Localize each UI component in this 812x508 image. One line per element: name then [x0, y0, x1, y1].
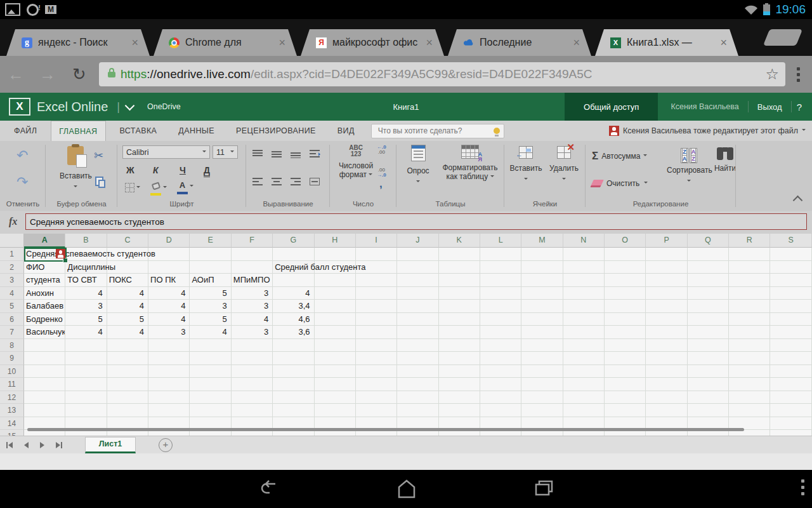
cell-B3[interactable]: ТО СВТ	[65, 274, 107, 287]
cell-O8[interactable]	[605, 339, 646, 352]
row-header-14[interactable]: 14	[0, 417, 24, 431]
cell-E11[interactable]	[190, 378, 231, 391]
cell-L3[interactable]	[480, 274, 521, 287]
delete-cells-button[interactable]: ✕ Удалить	[546, 146, 582, 184]
cell-O10[interactable]	[605, 365, 646, 378]
cell-Q13[interactable]	[688, 404, 729, 417]
cell-Q7[interactable]	[688, 326, 729, 339]
cell-H11[interactable]	[315, 378, 356, 391]
col-header-I[interactable]: I	[356, 234, 397, 248]
cell-S11[interactable]	[770, 378, 811, 391]
cell-G3[interactable]	[273, 274, 314, 287]
cell-E5[interactable]: 3	[190, 300, 231, 313]
autosum-button[interactable]: Σ Автосумма	[592, 150, 647, 163]
cell-E6[interactable]: 5	[190, 313, 231, 326]
cell-B11[interactable]	[65, 378, 107, 391]
cell-B9[interactable]	[65, 352, 107, 365]
cell-F1[interactable]	[232, 248, 273, 261]
tab-close-icon[interactable]: ×	[426, 36, 433, 50]
cell-C11[interactable]	[107, 378, 148, 391]
cell-E10[interactable]	[190, 365, 231, 378]
row-header-10[interactable]: 10	[0, 365, 24, 378]
cell-B13[interactable]	[65, 404, 107, 417]
cell-S13[interactable]	[770, 404, 811, 417]
cell-D4[interactable]: 4	[148, 287, 190, 300]
cell-B6[interactable]: 5	[65, 313, 107, 326]
cell-M5[interactable]	[521, 300, 563, 313]
cell-G6[interactable]: 4,6	[273, 313, 314, 326]
cell-B10[interactable]	[65, 365, 107, 378]
cell-Q4[interactable]	[688, 287, 729, 300]
cell-B4[interactable]: 4	[65, 287, 107, 300]
cell-R3[interactable]	[729, 274, 770, 287]
tab-close-icon[interactable]: ×	[131, 36, 138, 50]
tab-close-icon[interactable]: ×	[573, 36, 580, 50]
reload-button[interactable]: ↻	[63, 65, 95, 84]
cell-Q12[interactable]	[688, 391, 729, 404]
cell-C8[interactable]	[107, 339, 148, 352]
cell-M3[interactable]	[521, 274, 563, 287]
cell-O3[interactable]	[605, 274, 646, 287]
cell-M12[interactable]	[521, 391, 563, 404]
cell-Q8[interactable]	[688, 339, 729, 352]
cell-Q1[interactable]	[688, 248, 729, 261]
cell-N5[interactable]	[563, 300, 605, 313]
new-tab-button[interactable]	[763, 29, 803, 46]
cell-G11[interactable]	[273, 378, 314, 391]
cell-N2[interactable]	[563, 261, 605, 274]
cell-H9[interactable]	[315, 352, 356, 365]
cell-Q5[interactable]	[688, 300, 729, 313]
sheet-tab[interactable]: Лист1	[85, 437, 136, 453]
cell-C13[interactable]	[107, 404, 148, 417]
tab-close-icon[interactable]: ×	[720, 36, 727, 50]
cell-H7[interactable]	[315, 326, 356, 339]
row-header-8[interactable]: 8	[0, 339, 24, 352]
cell-L12[interactable]	[480, 391, 521, 404]
cell-M10[interactable]	[521, 365, 563, 378]
cell-B12[interactable]	[65, 391, 107, 404]
italic-button[interactable]: К	[153, 165, 159, 175]
col-header-R[interactable]: R	[729, 234, 770, 248]
first-sheet-button[interactable]	[6, 442, 13, 448]
cell-P1[interactable]	[646, 248, 687, 261]
cell-P5[interactable]	[646, 300, 687, 313]
undo-button[interactable]: ↶	[16, 147, 28, 164]
cell-Q6[interactable]	[688, 313, 729, 326]
url-bar[interactable]: https://onedrive.live.com/edit.aspx?cid=…	[99, 62, 785, 86]
cell-P8[interactable]	[646, 339, 687, 352]
cell-C4[interactable]: 4	[107, 287, 148, 300]
cell-O9[interactable]	[605, 352, 646, 365]
clear-button[interactable]: Очистить	[592, 179, 648, 188]
cell-P7[interactable]	[646, 326, 687, 339]
cell-O1[interactable]	[605, 248, 646, 261]
cell-C9[interactable]	[107, 352, 148, 365]
cell-N10[interactable]	[563, 365, 605, 378]
cell-G13[interactable]	[273, 404, 314, 417]
row-header-11[interactable]: 11	[0, 378, 24, 391]
cell-F12[interactable]	[232, 391, 273, 404]
cell-D13[interactable]	[148, 404, 190, 417]
cell-R5[interactable]	[729, 300, 770, 313]
wrap-text-button[interactable]	[310, 150, 320, 158]
cell-H4[interactable]	[315, 287, 356, 300]
cell-A10[interactable]	[24, 365, 65, 378]
cell-A12[interactable]	[24, 391, 65, 404]
cell-A5[interactable]: Балабаев	[24, 300, 65, 313]
col-header-P[interactable]: P	[646, 234, 687, 248]
cell-R7[interactable]	[729, 326, 770, 339]
cell-E8[interactable]	[190, 339, 231, 352]
cell-R8[interactable]	[729, 339, 770, 352]
double-underline-button[interactable]: Д	[204, 165, 210, 177]
cell-O13[interactable]	[605, 404, 646, 417]
row-header-2[interactable]: 2	[0, 261, 24, 274]
copy-button[interactable]	[95, 177, 103, 186]
cell-H8[interactable]	[315, 339, 356, 352]
cell-I3[interactable]	[356, 274, 397, 287]
row-header-7[interactable]: 7	[0, 326, 24, 339]
cell-M2[interactable]	[521, 261, 563, 274]
cell-N4[interactable]	[563, 287, 605, 300]
cell-I5[interactable]	[356, 300, 397, 313]
fill-handle[interactable]	[63, 258, 68, 263]
cell-D8[interactable]	[148, 339, 190, 352]
cell-P10[interactable]	[646, 365, 687, 378]
